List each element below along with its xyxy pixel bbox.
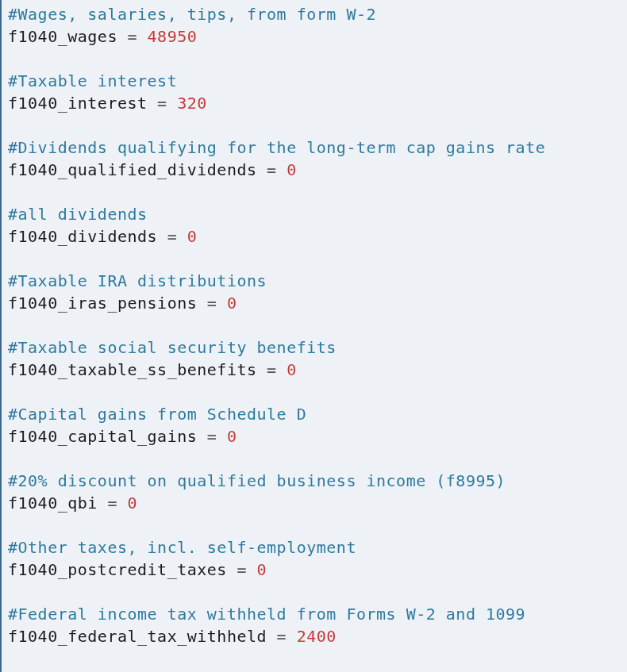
op-interest: = — [148, 94, 178, 113]
ident-qbi: f1040_qbi — [8, 493, 98, 513]
ident-postcredit-taxes: f1040_postcredit_taxes — [8, 560, 227, 579]
code-block-iras-pensions: #Taxable IRA distributions f1040_iras_pe… — [8, 270, 621, 314]
assignment-qualified-dividends: f1040_qualified_dividends = 0 — [8, 159, 621, 181]
assignment-ss-benefits: f1040_taxable_ss_benefits = 0 — [8, 359, 621, 381]
op-postcredit-taxes: = — [227, 560, 257, 579]
comment-interest: #Taxable interest — [8, 70, 621, 92]
code-block-dividends: #all dividends f1040_dividends = 0 — [8, 203, 621, 248]
comment-ss-benefits: #Taxable social security benefits — [8, 336, 621, 359]
code-block-postcredit-taxes: #Other taxes, incl. self-employment f104… — [8, 536, 621, 581]
value-qbi: 0 — [128, 493, 138, 513]
value-postcredit-taxes: 0 — [257, 560, 267, 579]
code-block-wages: #Wages, salaries, tips, from form W-2 f1… — [8, 3, 621, 48]
op-capital-gains: = — [197, 427, 227, 446]
ident-ss-benefits: f1040_taxable_ss_benefits — [8, 360, 257, 379]
value-wages: 48950 — [148, 27, 198, 46]
op-federal-withheld: = — [267, 627, 297, 646]
code-block-capital-gains: #Capital gains from Schedule D f1040_cap… — [8, 403, 621, 447]
value-qualified-dividends: 0 — [287, 160, 297, 179]
comment-qbi: #20% discount on qualified business inco… — [8, 470, 621, 492]
op-dividends: = — [157, 227, 187, 246]
comment-qualified-dividends: #Dividends qualifying for the long-term … — [8, 136, 621, 159]
comment-federal-withheld: #Federal income tax withheld from Forms … — [8, 603, 621, 625]
code-block-federal-withheld: #Federal income tax withheld from Forms … — [8, 603, 621, 647]
value-ss-benefits: 0 — [287, 360, 297, 379]
code-block-ss-benefits: #Taxable social security benefits f1040_… — [8, 336, 621, 381]
assignment-qbi: f1040_qbi = 0 — [8, 492, 621, 514]
assignment-capital-gains: f1040_capital_gains = 0 — [8, 425, 621, 447]
value-federal-withheld: 2400 — [297, 627, 337, 646]
op-qbi: = — [98, 493, 128, 513]
code-block-qualified-dividends: #Dividends qualifying for the long-term … — [8, 136, 621, 181]
value-capital-gains: 0 — [227, 427, 237, 446]
assignment-interest: f1040_interest = 320 — [8, 92, 621, 114]
comment-dividends: #all dividends — [8, 203, 621, 225]
comment-postcredit-taxes: #Other taxes, incl. self-employment — [8, 536, 621, 559]
comment-wages: #Wages, salaries, tips, from form W-2 — [8, 3, 621, 25]
ident-wages: f1040_wages — [8, 27, 117, 46]
value-iras-pensions: 0 — [227, 294, 237, 313]
assignment-postcredit-taxes: f1040_postcredit_taxes = 0 — [8, 559, 621, 581]
assignment-federal-withheld: f1040_federal_tax_withheld = 2400 — [8, 625, 621, 647]
assignment-iras-pensions: f1040_iras_pensions = 0 — [8, 292, 621, 314]
value-interest: 320 — [177, 94, 207, 113]
ident-qualified-dividends: f1040_qualified_dividends — [8, 160, 257, 179]
assignment-dividends: f1040_dividends = 0 — [8, 225, 621, 248]
comment-capital-gains: #Capital gains from Schedule D — [8, 403, 621, 425]
ident-dividends: f1040_dividends — [8, 227, 157, 246]
comment-iras-pensions: #Taxable IRA distributions — [8, 270, 621, 292]
value-dividends: 0 — [187, 227, 198, 246]
ident-iras-pensions: f1040_iras_pensions — [8, 294, 197, 313]
op-qualified-dividends: = — [257, 160, 287, 179]
op-iras-pensions: = — [197, 294, 227, 313]
assignment-wages: f1040_wages = 48950 — [8, 25, 621, 48]
ident-capital-gains: f1040_capital_gains — [8, 427, 197, 446]
code-block-interest: #Taxable interest f1040_interest = 320 — [8, 70, 621, 114]
code-block-qbi: #20% discount on qualified business inco… — [8, 470, 621, 514]
op-wages: = — [117, 27, 148, 46]
op-ss-benefits: = — [257, 360, 287, 379]
ident-interest: f1040_interest — [8, 94, 148, 113]
ident-federal-withheld: f1040_federal_tax_withheld — [8, 627, 267, 646]
